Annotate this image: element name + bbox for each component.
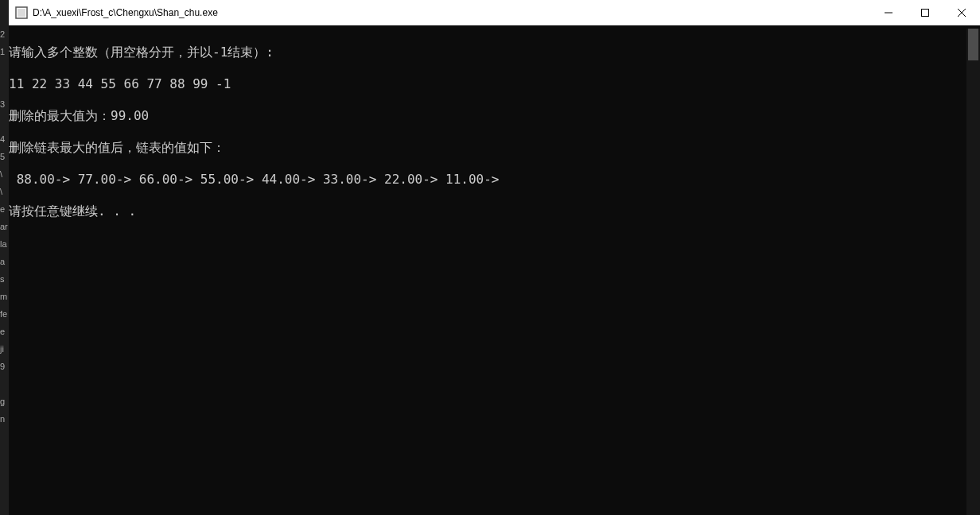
console-line: 删除链表最大的值后，链表的值如下： xyxy=(9,140,966,156)
svg-rect-3 xyxy=(922,9,929,16)
background-editor-strip: 2 1 3 4 5 \ \ e ar la a s m fe e ji 9 g … xyxy=(0,0,9,515)
strip-item: 3 xyxy=(0,95,9,113)
strip-item: m xyxy=(0,288,9,305)
strip-item xyxy=(0,113,9,130)
strip-item: 1 xyxy=(0,43,9,60)
console-line: 删除的最大值为：99.00 xyxy=(9,108,966,124)
strip-item xyxy=(0,60,9,78)
strip-item xyxy=(0,78,9,95)
console-line: 请按任意键继续. . . xyxy=(9,203,966,219)
strip-item: ar xyxy=(0,218,9,235)
minimize-button[interactable] xyxy=(870,0,907,25)
strip-item: \ xyxy=(0,183,9,200)
strip-item: 4 xyxy=(0,130,9,148)
console-output: 请输入多个整数（用空格分开，并以-1结束）: 11 22 33 44 55 66… xyxy=(9,29,966,515)
strip-item: 9 xyxy=(0,358,9,375)
svg-rect-1 xyxy=(18,9,25,17)
window-controls xyxy=(870,0,980,25)
console-line: 11 22 33 44 55 66 77 88 99 -1 xyxy=(9,76,966,92)
strip-item: a xyxy=(0,253,9,270)
vertical-scrollbar[interactable] xyxy=(966,29,980,515)
strip-item: g xyxy=(0,393,9,410)
maximize-button[interactable] xyxy=(907,0,943,25)
strip-item: \ xyxy=(0,165,9,183)
strip-item: e xyxy=(0,200,9,218)
scrollbar-thumb[interactable] xyxy=(968,29,978,60)
console-area[interactable]: 请输入多个整数（用空格分开，并以-1结束）: 11 22 33 44 55 66… xyxy=(9,25,980,515)
strip-item xyxy=(0,375,9,393)
strip-item: 2 xyxy=(0,25,9,43)
strip-item: ji xyxy=(0,340,9,358)
strip-item: la xyxy=(0,235,9,253)
close-button[interactable] xyxy=(943,0,980,25)
console-line: 请输入多个整数（用空格分开，并以-1结束）: xyxy=(9,45,966,60)
titlebar[interactable]: D:\A_xuexi\Frost_c\Chengxu\Shan_chu.exe xyxy=(9,0,980,25)
window-title: D:\A_xuexi\Frost_c\Chengxu\Shan_chu.exe xyxy=(33,7,870,18)
strip-item: e xyxy=(0,323,9,340)
strip-item: 5 xyxy=(0,148,9,165)
app-icon xyxy=(15,6,28,19)
strip-item: s xyxy=(0,270,9,288)
strip-item: n xyxy=(0,410,9,428)
strip-item: fe xyxy=(0,305,9,323)
console-window: D:\A_xuexi\Frost_c\Chengxu\Shan_chu.exe xyxy=(9,0,980,515)
console-line: 88.00-> 77.00-> 66.00-> 55.00-> 44.00-> … xyxy=(9,172,966,188)
